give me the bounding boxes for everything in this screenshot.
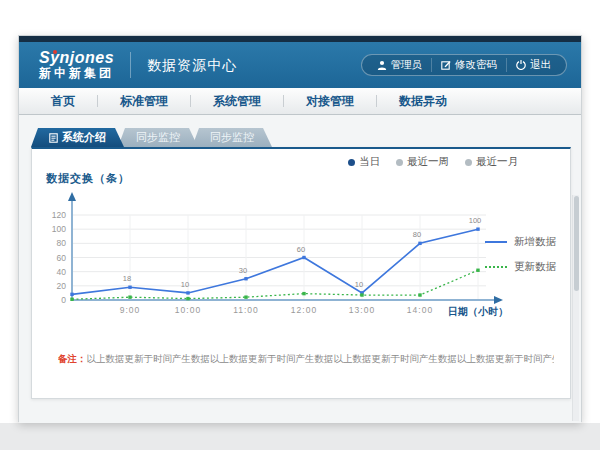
power-icon bbox=[516, 60, 526, 70]
tab-bar: 系统介绍 同步监控 同步监控 bbox=[19, 115, 581, 147]
svg-text:0: 0 bbox=[61, 295, 66, 305]
svg-text:14:00: 14:00 bbox=[407, 305, 433, 315]
svg-text:12:00: 12:00 bbox=[291, 305, 317, 315]
svg-text:60: 60 bbox=[57, 253, 67, 263]
footnote: 备注：以上数据更新于时间产生数据以上数据更新于时间产生数据以上数据更新于时间产生… bbox=[58, 353, 554, 366]
user-icon bbox=[377, 60, 387, 70]
time-range-label: 最近一周 bbox=[407, 155, 449, 169]
green-dotted-line-swatch bbox=[485, 266, 507, 268]
legend-label: 更新数据 bbox=[514, 260, 556, 274]
time-range-option-today[interactable]: 当日 bbox=[348, 155, 380, 169]
svg-text:13:00: 13:00 bbox=[349, 305, 375, 315]
scrollbar[interactable] bbox=[572, 195, 579, 421]
nav-item-standard-management[interactable]: 标准管理 bbox=[98, 93, 190, 110]
svg-text:30: 30 bbox=[239, 266, 247, 275]
logout-label: 退出 bbox=[530, 58, 551, 72]
user-menu: 管理员 修改密码 退出 bbox=[361, 54, 568, 76]
document-icon bbox=[49, 133, 58, 143]
app-header: Synjones 新中新集团 数据资源中心 管理员 修改密码 退出 bbox=[19, 42, 581, 88]
logo-company-name: 新中新集团 bbox=[39, 67, 114, 80]
svg-text:100: 100 bbox=[52, 224, 66, 234]
page-title: 数据资源中心 bbox=[130, 52, 237, 78]
scrollbar-thumb[interactable] bbox=[574, 196, 579, 291]
svg-text:10: 10 bbox=[355, 280, 363, 289]
logo: Synjones 新中新集团 bbox=[39, 50, 114, 79]
time-range-label: 当日 bbox=[359, 155, 380, 169]
svg-text:18: 18 bbox=[123, 274, 131, 283]
nav-item-home[interactable]: 首页 bbox=[29, 93, 97, 110]
chart-panel: 当日 最近一周 最近一月 数据交换（条） 0204060801001209:00… bbox=[31, 147, 571, 399]
nav-item-data-changes[interactable]: 数据异动 bbox=[377, 93, 469, 110]
svg-text:10: 10 bbox=[181, 280, 189, 289]
svg-text:11:00: 11:00 bbox=[233, 305, 259, 315]
nav-item-system-management[interactable]: 系统管理 bbox=[191, 93, 283, 110]
user-menu-change-password[interactable]: 修改密码 bbox=[431, 58, 506, 72]
footnote-label: 备注： bbox=[58, 353, 87, 364]
tab-sync-monitor-2[interactable]: 同步监控 bbox=[192, 128, 272, 147]
time-range-label: 最近一月 bbox=[476, 155, 518, 169]
change-password-label: 修改密码 bbox=[455, 58, 497, 72]
user-menu-logout[interactable]: 退出 bbox=[506, 58, 560, 72]
blue-solid-line-swatch bbox=[485, 241, 507, 243]
svg-text:日期（小时）: 日期（小时） bbox=[448, 306, 508, 317]
radio-dot bbox=[465, 159, 472, 166]
time-range-filter: 当日 最近一周 最近一月 bbox=[348, 155, 518, 169]
svg-text:60: 60 bbox=[297, 245, 305, 254]
line-chart: 0204060801001209:0010:0011:0012:0013:001… bbox=[42, 185, 512, 325]
logo-wordmark: Synjones bbox=[39, 50, 114, 67]
svg-text:40: 40 bbox=[57, 267, 67, 277]
main-nav: 首页 标准管理 系统管理 对接管理 数据异动 bbox=[19, 88, 581, 115]
app-window: Synjones 新中新集团 数据资源中心 管理员 修改密码 退出 bbox=[18, 35, 582, 422]
radio-dot bbox=[396, 159, 403, 166]
user-menu-account[interactable]: 管理员 bbox=[368, 58, 432, 72]
tab-label: 同步监控 bbox=[210, 128, 254, 147]
chart-legend: 新增数据 更新数据 bbox=[485, 235, 556, 274]
svg-text:100: 100 bbox=[469, 216, 482, 225]
footnote-text: 以上数据更新于时间产生数据以上数据更新于时间产生数据以上数据更新于时间产生数据以… bbox=[87, 353, 555, 364]
legend-item-updated-data[interactable]: 更新数据 bbox=[485, 260, 556, 274]
time-range-option-last-week[interactable]: 最近一周 bbox=[396, 155, 449, 169]
nav-item-integration-management[interactable]: 对接管理 bbox=[284, 93, 376, 110]
legend-item-new-data[interactable]: 新增数据 bbox=[485, 235, 556, 249]
tab-system-intro[interactable]: 系统介绍 bbox=[31, 128, 124, 147]
svg-text:80: 80 bbox=[413, 230, 421, 239]
svg-text:20: 20 bbox=[57, 281, 67, 291]
time-range-option-last-month[interactable]: 最近一月 bbox=[465, 155, 518, 169]
tab-sync-monitor-1[interactable]: 同步监控 bbox=[118, 128, 198, 147]
radio-dot-selected bbox=[348, 159, 355, 166]
tab-label: 同步监控 bbox=[136, 128, 180, 147]
svg-text:80: 80 bbox=[57, 238, 67, 248]
svg-text:120: 120 bbox=[52, 210, 66, 220]
chart-y-axis-title: 数据交换（条） bbox=[46, 171, 130, 186]
user-menu-account-label: 管理员 bbox=[391, 58, 423, 72]
tab-label: 系统介绍 bbox=[62, 128, 106, 147]
page: Synjones 新中新集团 数据资源中心 管理员 修改密码 退出 bbox=[0, 0, 600, 450]
svg-text:10:00: 10:00 bbox=[175, 305, 201, 315]
content-area: 系统介绍 同步监控 同步监控 当日 最近一周 bbox=[19, 115, 581, 423]
svg-text:9:00: 9:00 bbox=[120, 305, 141, 315]
legend-label: 新增数据 bbox=[514, 235, 556, 249]
edit-icon bbox=[441, 60, 451, 70]
page-background-band bbox=[0, 423, 600, 450]
